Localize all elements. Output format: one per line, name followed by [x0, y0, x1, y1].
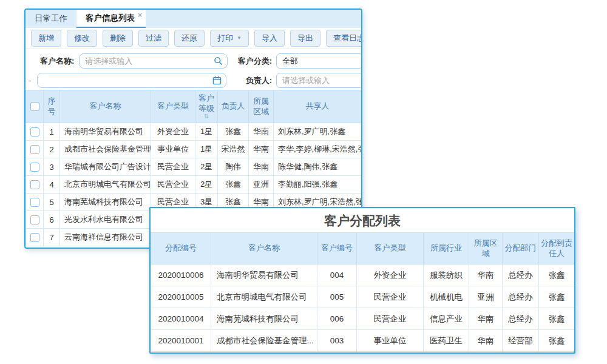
export-button[interactable]: 导出 — [290, 30, 320, 47]
seq-cell: 5 — [44, 194, 60, 211]
filter-button[interactable]: 过滤 — [138, 30, 169, 47]
table-row: 2020010006 海南明华贸易有限公司 004 外资企业 服装纺织 华南 总… — [151, 265, 575, 286]
type-cell: 民营企业 — [357, 308, 424, 330]
customer-name-link[interactable]: 光发水利水电有限公司 — [60, 211, 151, 229]
alloc-no-link[interactable]: 2020010001 — [151, 330, 211, 352]
col-customer-name: 客户名称 — [60, 90, 151, 123]
customer-category-input[interactable] — [276, 53, 362, 69]
tab-label: 日常工作 — [35, 13, 67, 24]
customer-name-link[interactable]: 海南明华贸易有限公司 — [60, 123, 151, 141]
edit-button[interactable]: 修改 — [67, 30, 97, 47]
alloc-no-link[interactable]: 2020010004 — [151, 308, 211, 330]
type-cell: 外资企业 — [151, 123, 195, 141]
delete-button[interactable]: 删除 — [103, 30, 133, 47]
customer-name-link[interactable]: 成都市社会保险基金管理... — [60, 141, 151, 158]
search-icon[interactable] — [214, 56, 223, 66]
owner-link[interactable]: 宋浩然 — [218, 141, 249, 158]
col-industry: 所属行业 — [424, 233, 469, 265]
col-assignee: 分配到责任人 — [539, 233, 575, 265]
customer-name-link[interactable]: 海南芜城科技有限公司 — [60, 194, 151, 211]
assignee-link[interactable]: 张鑫 — [539, 330, 575, 352]
level-cell: 2星 — [195, 176, 218, 194]
customer-name-input[interactable] — [79, 53, 228, 69]
shared-cell: 陈华健,陶伟,张鑫 — [274, 158, 362, 176]
owner-link[interactable]: 张鑫 — [218, 123, 249, 141]
assignee-link[interactable]: 张鑫 — [539, 265, 575, 286]
owner-link[interactable]: 陶伟 — [218, 158, 249, 176]
type-cell: 事业单位 — [357, 330, 424, 352]
filter-area: 客户名称: 客户分类: - — [25, 49, 361, 90]
filter-row-2: - 负责人: — [25, 73, 361, 88]
select-all-cell — [26, 90, 44, 123]
dept-cell: 总经办 — [503, 308, 539, 330]
region-cell: 亚洲 — [249, 176, 274, 194]
customer-name-link[interactable]: 成都市社会保险基金管理... — [211, 330, 317, 352]
type-cell: 事业单位 — [151, 141, 195, 158]
region-cell: 华南 — [469, 265, 503, 286]
owner-label: 负责人: — [236, 75, 272, 86]
col-customer-level[interactable]: 客户等级 ⇅ — [195, 90, 218, 123]
row-checkbox[interactable] — [30, 198, 39, 207]
shared-cell: 李勤丽,阳强,张鑫 — [274, 176, 362, 194]
type-cell: 民营企业 — [151, 176, 195, 194]
dept-cell: 总经办 — [503, 286, 539, 308]
region-cell: 华南 — [249, 141, 274, 158]
checkbox-cell — [26, 158, 44, 176]
allocation-panel-title: 客户分配列表 — [151, 208, 574, 232]
customer-name-link[interactable]: 海南芜城科技有限公司 — [211, 308, 317, 330]
level-cell: 2星 — [195, 158, 218, 176]
close-icon[interactable]: × — [138, 10, 142, 19]
seq-cell: 3 — [44, 158, 60, 176]
customer-category-label: 客户分类: — [236, 56, 272, 67]
view-log-button[interactable]: 查看日志 — [326, 30, 362, 47]
add-button[interactable]: 新增 — [31, 30, 61, 47]
customer-name-link[interactable]: 北京市明城电气有限公司 — [60, 176, 151, 194]
region-cell: 华南 — [249, 123, 274, 141]
col-customer-no: 客户编号 — [317, 233, 357, 265]
row-checkbox[interactable] — [30, 233, 39, 242]
table-row: 2 成都市社会保险基金管理... 事业单位 1星 宋浩然 华南 李华,李婷,柳琳… — [26, 141, 362, 158]
customer-name-field-wrap — [79, 53, 228, 69]
print-button[interactable]: 打印 ▼ — [210, 30, 249, 47]
level-cell: 1星 — [195, 141, 218, 158]
row-checkbox[interactable] — [30, 145, 39, 154]
col-region: 所属区域 — [469, 233, 503, 265]
row-checkbox[interactable] — [30, 215, 39, 224]
owner-link[interactable]: 张鑫 — [218, 176, 249, 194]
customer-name-link[interactable]: 云南海祥信息有限公司 — [60, 229, 151, 246]
select-all-checkbox[interactable] — [30, 102, 39, 111]
alloc-no-link[interactable]: 2020010006 — [151, 265, 211, 286]
date-field-wrap — [37, 73, 226, 88]
region-cell: 华南 — [469, 308, 503, 330]
customer-name-link[interactable]: 海南明华贸易有限公司 — [211, 265, 317, 286]
row-checkbox[interactable] — [30, 163, 39, 172]
restore-button[interactable]: 还原 — [174, 30, 205, 47]
row-checkbox[interactable] — [30, 180, 39, 189]
assignee-link[interactable]: 张鑫 — [539, 308, 575, 330]
type-cell: 民营企业 — [357, 286, 424, 308]
industry-cell: 信息产业 — [424, 308, 469, 330]
customer-name-link[interactable]: 北京市明城电气有限公司 — [211, 286, 317, 308]
alloc-no-link[interactable]: 2020010005 — [151, 286, 211, 308]
tab-customer-info-list[interactable]: 客户信息列表 × — [76, 10, 146, 28]
col-dept: 分配部门 — [503, 233, 539, 265]
allocation-table: 分配编号 客户名称 客户编号 客户类型 所属行业 所属区域 分配部门 分配到责任… — [151, 232, 575, 352]
checkbox-cell — [26, 141, 44, 158]
shared-cell: 李华,李婷,柳琳,宋浩然,张鑫 — [274, 141, 362, 158]
table-row: 2020010001 成都市社会保险基金管理... 003 事业单位 医药卫生 … — [151, 330, 575, 352]
assignee-link[interactable]: 张鑫 — [539, 286, 575, 308]
sort-icon[interactable]: ⇅ — [197, 113, 216, 120]
customer-category-field-wrap — [276, 53, 362, 69]
table-row: 1 海南明华贸易有限公司 外资企业 1星 张鑫 华南 刘东林,罗广明,张鑫 — [26, 123, 362, 141]
owner-input[interactable] — [276, 73, 362, 88]
tab-daily-work[interactable]: 日常工作 — [25, 10, 76, 28]
row-checkbox[interactable] — [30, 127, 39, 136]
customer-no-cell: 006 — [317, 308, 357, 330]
toolbar: 新增 修改 删除 过滤 还原 打印 ▼ 导入 导出 查看日志 — [25, 28, 361, 49]
customer-name-link[interactable]: 华瑞城有限公司广告设计部 — [60, 158, 151, 176]
import-button[interactable]: 导入 — [254, 30, 285, 47]
level-cell: 1星 — [195, 123, 218, 141]
customer-no-cell: 005 — [317, 286, 357, 308]
calendar-icon[interactable] — [212, 76, 222, 85]
date-input[interactable] — [37, 73, 226, 88]
